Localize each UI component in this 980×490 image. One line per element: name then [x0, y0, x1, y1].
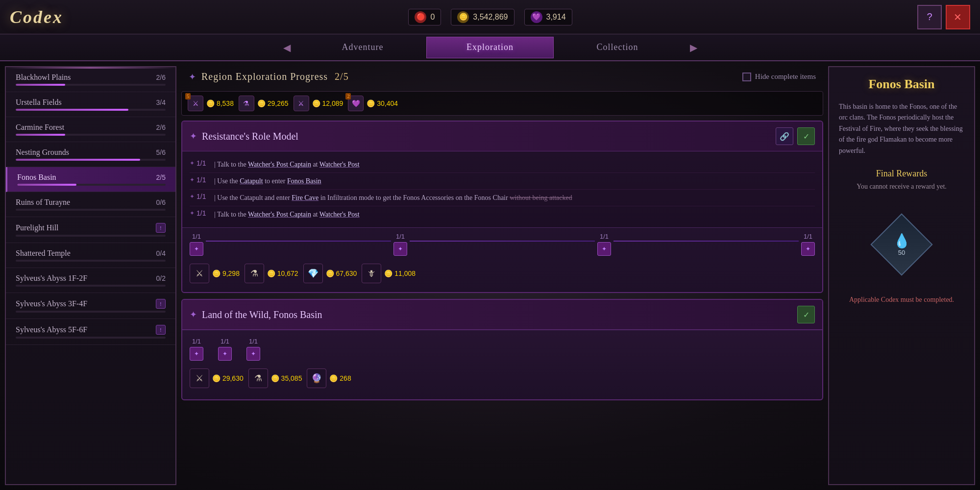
final-rewards-cannot-receive: You cannot receive a reward yet.	[839, 183, 964, 191]
resource-value-3: 🪙 30,404	[367, 99, 398, 107]
currency-gold: 🪙 3,542,869	[451, 9, 514, 25]
quest-card-resistance: ✦ Resistance's Role Model 🔗 ✓ ✦ 1/1	[181, 121, 823, 293]
reward-icon-2: 💎	[303, 264, 323, 283]
currency-red: 🔴 0	[408, 9, 441, 25]
quest-wild-complete-button[interactable]: ✓	[797, 306, 815, 323]
reward-item-3: 🗡 🪙 11,008	[362, 264, 416, 283]
node-connector-1	[410, 241, 595, 242]
currency-purple: 💜 3,914	[524, 9, 572, 25]
currency-area: 🔴 0 🪙 3,542,869 💜 3,914	[408, 9, 572, 25]
sidebar-item-ruins[interactable]: Ruins of Turayne 0/6	[6, 192, 175, 217]
reward-value-0: 🪙 9,298	[212, 270, 240, 277]
quest-rewards-row-wild: ⚔ 🪙 29,630 ⚗ 🪙 35,085 🔮 🪙 268	[190, 365, 815, 392]
node-connector-0	[206, 241, 391, 242]
quest-card-wild: ✦ Land of the Wild, Fonos Basin ✓ 1/1 ✦	[181, 299, 823, 400]
applicable-text: Applicable Codex must be completed.	[839, 296, 964, 304]
step-count-0: ✦ 1/1	[190, 159, 214, 167]
step-text-1: | Use the Catapult to enter Fonos Basin	[214, 176, 321, 186]
red-currency-icon: 🔴	[415, 11, 426, 23]
red-currency-value: 0	[430, 13, 435, 22]
quest-actions-wild: ✓	[797, 306, 815, 323]
sidebar-item-blackhowl[interactable]: Blackhowl Plains 2/6	[6, 67, 175, 92]
reward-item-2: 💎 🪙 67,630	[303, 264, 357, 283]
resource-item-1: ⚗ 🪙 29,265	[239, 96, 289, 111]
sidebar-item-sylveus-5f6f[interactable]: Sylveus's Abyss 5F-6F !	[6, 319, 175, 345]
final-rewards-title: Final Rewards	[839, 169, 964, 179]
reward-item-1: ⚗ 🪙 10,672	[245, 264, 298, 283]
title-area: Codex	[10, 7, 63, 27]
wild-reward-icon-2: 🔮	[307, 368, 326, 388]
reward-node-wild-2: 1/1 ✦	[246, 338, 260, 361]
quest-title-resistance: ✦ Resistance's Role Model	[190, 131, 298, 142]
reward-icon-3: 🗡	[362, 264, 381, 283]
reward-nodes-wild: 1/1 ✦ 1/1 ✦ 1/1 ✦	[190, 338, 815, 361]
quest-card-resistance-header: ✦ Resistance's Role Model 🔗 ✓	[182, 122, 822, 151]
sidebar: Blackhowl Plains 2/6 Urstella Fields 3/4…	[5, 66, 176, 485]
node-icon-0: ✦	[190, 242, 203, 256]
tab-adventure[interactable]: Adventure	[299, 37, 426, 58]
sidebar-item-purelight[interactable]: Purelight Hill !	[6, 217, 175, 243]
final-rewards-section: Final Rewards You cannot receive a rewar…	[839, 169, 964, 198]
help-button[interactable]: ?	[917, 5, 942, 29]
resource-value-0: 🪙 8,538	[206, 99, 234, 107]
sidebar-item-sylveus-3f4f[interactable]: Sylveus's Abyss 3F-4F !	[6, 293, 175, 319]
progress-title: ✦ Region Exploration Progress 2/5	[189, 71, 349, 82]
step-text-2: | Use the Catapult and enter Fire Cave i…	[214, 193, 572, 203]
tab-nav-right[interactable]: ▶	[681, 38, 706, 57]
gold-currency-icon: 🪙	[457, 11, 469, 23]
sidebar-item-nesting[interactable]: Nesting Grounds 5/6	[6, 142, 175, 167]
reward-node-0: 1/1 ✦	[190, 233, 203, 256]
resource-icon-0: 5 ⚔	[188, 96, 203, 111]
quest-step-2: ✦ 1/1 | Use the Catapult and enter Fire …	[190, 190, 815, 206]
step-text-3: | Talk to the Watcher's Post Captain at …	[214, 209, 360, 220]
quest-complete-button[interactable]: ✓	[797, 127, 815, 145]
node-icon-3: ✦	[801, 242, 815, 256]
node-icon-2: ✦	[597, 242, 611, 256]
top-right-buttons: ? ✕	[917, 5, 970, 29]
sidebar-item-shattered[interactable]: Shattered Temple 0/4	[6, 243, 175, 268]
region-title: Fonos Basin	[839, 77, 964, 92]
tab-exploration[interactable]: Exploration	[426, 37, 554, 58]
sidebar-item-urstella[interactable]: Urstella Fields 3/4	[6, 92, 175, 117]
sidebar-item-carmine[interactable]: Carmine Forest 2/6	[6, 117, 175, 142]
quest-link-button[interactable]: 🔗	[776, 127, 793, 145]
gold-currency-value: 3,542,869	[473, 13, 508, 22]
reward-diamond-inner: 💧 50	[893, 233, 910, 256]
quest-card-wild-header: ✦ Land of the Wild, Fonos Basin ✓	[182, 300, 822, 330]
wild-reward-icon-1: ⚗	[248, 368, 268, 388]
purple-currency-icon: 💜	[531, 11, 542, 23]
quest-reward-track-resistance: 1/1 ✦ 1/1 ✦ 1/1 ✦	[182, 227, 822, 292]
top-resources-row: 5 ⚔ 🪙 8,538 ⚗ 🪙 29,265 ⚔	[181, 91, 823, 116]
content-area: ✦ Region Exploration Progress 2/5 Hide c…	[176, 61, 828, 490]
close-button[interactable]: ✕	[946, 5, 970, 29]
resource-item-2: ⚔ 🪙 12,089	[294, 96, 343, 111]
wild-reward-value-1: 🪙 35,085	[271, 374, 302, 382]
wild-reward-item-2: 🔮 🪙 268	[307, 368, 351, 388]
reward-node-2: 1/1 ✦	[597, 233, 611, 256]
resource-value-2: 🪙 12,089	[312, 99, 343, 107]
reward-icon-0: ⚔	[190, 264, 209, 283]
wild-reward-item-1: ⚗ 🪙 35,085	[248, 368, 302, 388]
sidebar-item-fonos[interactable]: Fonos Basin 2/5	[6, 167, 175, 192]
right-panel: Fonos Basin This basin is home to the Fo…	[828, 66, 975, 485]
resource-icon-3: 2 💜	[348, 96, 364, 111]
hide-complete-toggle[interactable]: Hide complete items	[742, 73, 816, 81]
wild-reward-item-0: ⚔ 🪙 29,630	[190, 368, 244, 388]
sylveus-5f6f-badge: !	[156, 325, 166, 335]
reward-node-1: 1/1 ✦	[393, 233, 407, 256]
tab-nav-left[interactable]: ◀	[274, 38, 299, 57]
node-icon-wild-2: ✦	[246, 347, 260, 361]
quest-icon-resistance: ✦	[190, 131, 197, 142]
reward-diamond-icon: 💧	[893, 233, 910, 249]
tabs-bar: ◀ Adventure Exploration Collection ▶	[0, 34, 980, 61]
hide-complete-checkbox[interactable]	[742, 73, 751, 81]
resource-icon-2: ⚔	[294, 96, 309, 111]
main-layout: Blackhowl Plains 2/6 Urstella Fields 3/4…	[0, 61, 980, 490]
resource-item-3: 2 💜 🪙 30,404	[348, 96, 398, 111]
quest-step-3: ✦ 1/1 | Talk to the Watcher's Post Capta…	[190, 206, 815, 222]
sidebar-item-sylveus-1f2f[interactable]: Sylveus's Abyss 1F-2F 0/2	[6, 268, 175, 293]
quest-step-0: ✦ 1/1 | Talk to the Watcher's Post Capta…	[190, 156, 815, 173]
tab-collection[interactable]: Collection	[554, 37, 681, 58]
reward-node-wild-0: 1/1 ✦	[190, 338, 203, 361]
step-text-0: | Talk to the Watcher's Post Captain at …	[214, 159, 360, 170]
